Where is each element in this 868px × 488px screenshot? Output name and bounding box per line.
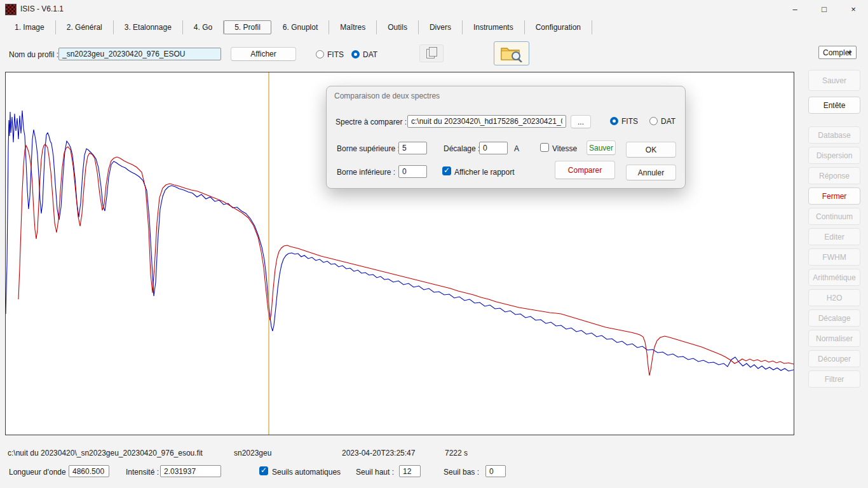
app-icon [5,4,17,15]
minimize-button[interactable]: – [780,0,810,18]
seuil-bas-input[interactable] [485,465,506,477]
tab-outils[interactable]: Outils [377,20,419,34]
wavelength-input[interactable] [69,465,109,477]
mode-select[interactable]: Complet [818,46,857,59]
dat-radio[interactable] [351,50,360,58]
status-datetime: 2023-04-20T23:25:47 [342,449,415,458]
tab-6-gnuplot[interactable]: 6. Gnuplot [272,20,329,34]
tab-4-go[interactable]: 4. Go [183,20,224,34]
status-object-name: sn2023geu [234,449,271,458]
copy-profile-button[interactable] [419,44,444,62]
copy-icon [426,49,435,58]
tab-configuration[interactable]: Configuration [525,20,592,34]
dialog-sauver-button[interactable]: Sauver [587,140,616,155]
rapport-label: Afficher le rapport [454,168,515,177]
rapport-checkbox[interactable] [442,166,451,175]
spectre-label: Spectre à comparer : [336,118,407,126]
seuil-haut-input[interactable] [399,465,421,477]
chevron-down-icon [847,51,852,55]
borne-inf-input[interactable] [398,165,427,178]
borne-sup-label: Borne supérieure : [337,144,400,153]
wavelength-label: Longueur d'onde : [9,468,70,477]
seuil-bas-label: Seuil bas : [444,468,479,477]
titlebar: ISIS - V6.1.1 – □ × [0,0,868,18]
vitesse-label: Vitesse [552,144,577,153]
decalage-label: Décalage : [444,144,480,153]
profile-name-label: Nom du profil : [9,50,58,59]
tab-bar: 1. Image2. Général3. Etalonnage4. Go5. P… [4,20,592,35]
sidebar-fwhm-button: FWHM [808,248,860,266]
ok-button[interactable]: OK [626,142,676,158]
spectre-input[interactable] [407,115,566,128]
status-exposure: 7222 s [445,449,468,458]
seuils-auto-checkbox[interactable] [259,466,268,475]
sidebar-ent-te-button[interactable]: Entête [808,97,860,114]
intensity-label: Intensité : [126,468,159,477]
dat-radio-label: DAT [363,50,377,59]
dialog-title: Comparaison de deux spectres [334,92,440,100]
close-button[interactable]: × [839,0,868,18]
dialog-dat-radio[interactable] [649,117,658,125]
dialog-dat-label: DAT [661,117,675,126]
seuils-auto-label: Seuils automatiques [272,468,341,477]
sidebar-normaliser-button: Normaliser [808,330,860,347]
sidebar-editer-button: Editer [808,228,860,245]
angstrom-label: A [514,144,519,153]
tab-3-etalonnage[interactable]: 3. Etalonnage [114,20,183,34]
sidebar-d-calage-button: Décalage [808,309,860,327]
tab-divers[interactable]: Divers [419,20,463,34]
folder-search-icon [501,44,522,62]
comparison-dialog: Comparaison de deux spectres Spectre à c… [326,86,686,189]
comparer-button[interactable]: Comparer [555,161,615,179]
borne-sup-input[interactable] [398,142,427,154]
fits-radio[interactable] [316,50,324,58]
sidebar-database-button: Database [808,126,860,144]
annuler-button[interactable]: Annuler [626,165,676,180]
sidebar-continuum-button: Continuum [808,208,860,225]
sidebar-sauver-button: Sauver [808,70,860,91]
sidebar-r-ponse-button: Réponse [808,167,860,184]
intensity-input[interactable] [160,465,221,477]
seuil-haut-label: Seuil haut : [356,468,394,477]
sidebar-dispersion-button: Dispersion [808,147,860,164]
browse-button[interactable]: ... [571,115,591,128]
tab-1-image[interactable]: 1. Image [4,20,56,34]
window-title: ISIS - V6.1.1 [20,4,64,13]
sidebar-fermer-button[interactable]: Fermer [808,187,860,205]
tab-5-profil[interactable]: 5. Profil [224,20,271,34]
borne-inf-label: Borne inférieure : [337,168,395,177]
sidebar: SauverEntêteDatabaseDispersionRéponseFer… [808,70,860,400]
sidebar-arithm-tique-button: Arithmétique [808,269,860,286]
status-file-path: c:\nuit du 20230420\_sn2023geu_20230420_… [8,449,203,458]
tab-ma-tres[interactable]: Maîtres [329,20,377,34]
dialog-fits-label: FITS [621,117,638,126]
sidebar-h2o-button: H2O [808,289,860,306]
open-file-button[interactable] [494,41,529,65]
maximize-button[interactable]: □ [810,0,839,18]
tab-instruments[interactable]: Instruments [463,20,525,34]
fits-radio-label: FITS [327,50,344,59]
tab-2-g-n-ral[interactable]: 2. Général [56,20,114,34]
vitesse-checkbox[interactable] [540,143,549,152]
app-window: { "colors": { "accent": "#0067c0", "comp… [0,0,868,488]
dialog-fits-radio[interactable] [610,117,618,125]
sidebar-filtrer-button: Filtrer [808,370,860,388]
sidebar-d-couper-button: Découper [808,350,860,367]
profile-name-input[interactable] [58,48,221,60]
window-controls: – □ × [780,0,868,18]
afficher-button[interactable]: Afficher [231,47,296,61]
decalage-input[interactable] [479,142,508,154]
